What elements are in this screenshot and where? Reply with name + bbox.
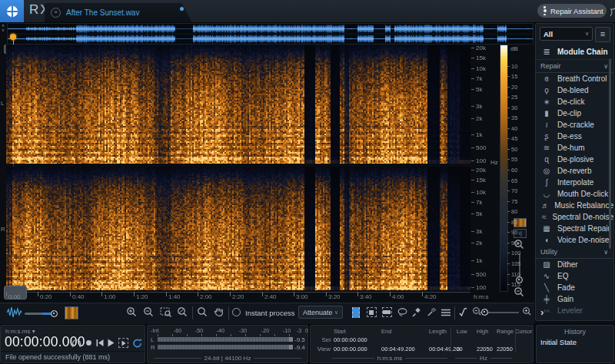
instant-process-radio[interactable] [232,308,241,316]
db-tick [507,274,510,275]
collapse-down-icon[interactable]: ∨ [0,28,6,32]
module-chain-item[interactable]: ≣ Module Chain [536,45,613,60]
record-button[interactable] [85,339,92,347]
selection-row-label: Sel [311,336,331,343]
history-entry[interactable]: Initial State [540,338,613,346]
section-header-repair[interactable]: Repair∨ [536,60,613,73]
db-tick [507,232,510,233]
module-item-music-rebalance[interactable]: ♬Music Rebalance [536,200,613,211]
module-item-breath-control[interactable]: ɞBreath Control [536,73,613,84]
freq-tick-label: 10k [476,190,486,196]
module-item-fade[interactable]: ╲Fade [536,282,613,293]
freq-tick [471,170,474,170]
meter-scale-label: -3 [297,328,301,333]
lasso-selection-tool[interactable] [397,306,407,318]
db-tick-label: 40 [511,126,517,131]
module-item-spectral-repair[interactable]: ▦Spectral Repair [536,223,613,234]
expand-panel-chevron-icon[interactable]: › [540,306,544,318]
find-similar-tool[interactable] [459,306,470,318]
module-item-leveler[interactable]: ∾Leveler [536,305,613,316]
brush-selection-tool[interactable] [411,306,422,318]
db-tick-label: 65 [511,178,517,184]
channel-label-right: R [1,226,5,233]
hand-pan-tool[interactable] [214,306,225,318]
ruler-tick-label: 2:20 [232,293,244,300]
level-meters-panel[interactable]: -Inf.-60-50-40-30-20-10-30 L -9.5 R -9.4… [147,325,308,363]
time-ruler[interactable] [6,292,470,293]
spectrogram-left-channel[interactable] [6,45,470,164]
module-label: Gain [557,295,573,303]
overview-collapse-control[interactable]: ∧ ∨ [0,23,6,43]
module-menu-button[interactable]: ≡ [595,27,610,42]
blend-slider-knob[interactable] [51,310,58,317]
meter-scale-label: -40 [217,328,224,333]
module-item-de-reverb[interactable]: ◎De-reverb [536,165,613,177]
harmonics-selection-tool[interactable] [440,306,451,318]
zoom-out-button[interactable] [143,306,155,318]
frequency-selection-tool[interactable] [381,306,392,318]
db-tick-label: 115 [511,282,520,287]
module-item-de-click[interactable]: ∗De-click [536,96,613,108]
zoom-reset-button[interactable] [177,306,188,318]
module-item-de-crackle[interactable]: ≀De-crackle [536,119,613,131]
module-item-interpolate[interactable]: ʃInterpolate [536,177,613,188]
module-item-de-bleed[interactable]: ϙDe-bleed [536,84,613,96]
db-tick-label: 55 [511,157,517,162]
previous-button[interactable] [96,339,104,347]
horizontal-zoom-in-icon[interactable] [522,306,534,318]
transport-controls [71,338,155,348]
module-filter-dropdown[interactable]: All ∨ [540,27,593,41]
selection-row-label: View [311,346,331,352]
sidebar-scrollbar[interactable] [609,58,611,249]
play-button[interactable] [108,339,115,347]
db-tick [507,108,510,108]
module-item-de-plosive[interactable]: ɋDe-plosive [536,154,613,165]
selection-info-panel[interactable]: StartEndLengthLowHighRangeCursorSel00:00… [310,325,534,363]
ruler-tick-label: 1:00 [104,293,116,300]
magnify-tool[interactable] [197,306,208,318]
freq-tick-label: 20k [476,45,486,51]
ruler-tick [134,292,135,296]
panel-divider [1,351,145,352]
module-item-de-ess[interactable]: ʂDe-ess [536,131,613,142]
freq-tick [471,78,474,79]
module-item-eq[interactable]: ∿EQ [536,270,613,282]
vertical-zoom-out-icon[interactable] [514,286,525,298]
freq-tick [471,160,474,161]
zoom-selection-button[interactable] [160,306,171,318]
zoom-in-button[interactable] [126,306,138,318]
db-tick [507,97,510,98]
play-selection-button[interactable] [118,338,128,348]
waveform-overview[interactable] [7,23,534,45]
magic-wand-tool[interactable] [426,306,437,318]
module-item-voice-de-noise[interactable]: ◖Voice De-noise [536,234,613,246]
process-mode-dropdown[interactable]: Attenuate ∨ [298,306,343,319]
tab-close-icon[interactable]: × [51,8,61,18]
meter-scale-label: -Inf. [151,328,160,333]
ruler-tick [390,292,391,296]
monitor-headphones-button[interactable] [71,339,81,348]
time-selection-tool[interactable] [351,306,361,318]
section-header-utility[interactable]: Utility∨ [536,246,613,259]
module-item-de-hum[interactable]: ≋De-hum [536,142,613,154]
repair-assistant-button[interactable]: Repair Assistant [537,4,607,18]
module-item-mouth-de-click[interactable]: ◡Mouth De-click [536,188,613,200]
time-frequency-selection-tool[interactable] [366,306,377,318]
module-item-dither[interactable]: ▨Dither [536,259,613,270]
selection-value: 22050 [497,346,513,352]
horizontal-zoom-knob[interactable] [481,309,488,316]
ruler-tick [6,292,7,296]
module-item-spectral-de-noise[interactable]: ≈Spectral De-noise [536,211,613,223]
module-list-panel: All ∨ ≡ ≣ Module Chain Repair∨ɞBreath Co… [535,23,614,321]
ruler-tick-label: 2:40 [264,293,277,300]
meter-scale-label: 0 [305,328,308,333]
meter-scale-ticks [158,334,291,336]
spectrogram-right-channel[interactable] [6,167,470,290]
module-item-de-clip[interactable]: ▮De-clip [536,108,613,119]
document-tab[interactable]: × After The Sunset.wav [45,3,192,22]
freq-tick [471,68,474,69]
ruler-tick [262,292,263,296]
ruler-tick-label: 0:40 [72,293,85,300]
module-item-gain[interactable]: ╪Gain [536,293,613,305]
loop-playback-button[interactable] [132,339,143,348]
